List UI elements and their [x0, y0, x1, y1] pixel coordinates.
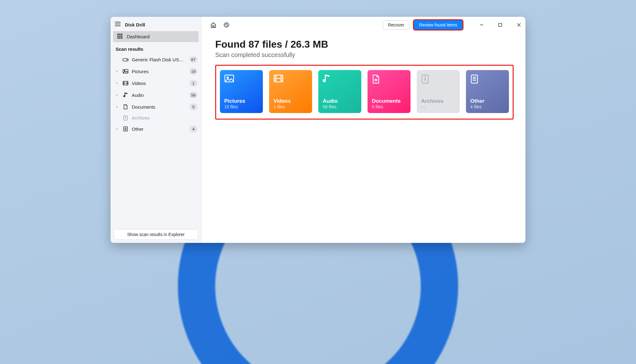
tile-label: Documents [372, 98, 406, 104]
sidebar-header: Disk Drill [111, 17, 201, 31]
count-badge: 58 [189, 92, 197, 98]
summary-subheading: Scan completed successfully [215, 51, 514, 59]
tile-count: 19 files [224, 104, 259, 109]
count-badge: 19 [189, 68, 197, 75]
svg-rect-2 [121, 34, 122, 35]
svg-rect-7 [119, 37, 121, 39]
tile-count: — [421, 104, 455, 109]
sidebar-item-videos[interactable]: › Videos 1 [111, 77, 201, 89]
image-icon [224, 74, 259, 86]
svg-rect-8 [121, 37, 122, 39]
file-icon [470, 74, 505, 86]
tile-label: Audio [323, 98, 357, 104]
sidebar-item-label: Archives [132, 115, 197, 121]
film-icon [122, 81, 129, 85]
svg-point-19 [227, 77, 229, 78]
topbar: Recover Review found items [202, 17, 525, 33]
nav-dashboard-label: Dashboard [127, 34, 150, 39]
tile-label: Other [470, 98, 505, 104]
svg-rect-6 [117, 37, 119, 39]
maximize-icon[interactable] [493, 18, 507, 32]
check-circle-icon[interactable] [222, 21, 231, 29]
music-note-icon [323, 74, 357, 86]
summary-heading: Found 87 files / 26.3 MB [215, 39, 514, 50]
tile-count: 4 files [470, 104, 505, 109]
sidebar-item-other[interactable]: › Other 4 [111, 123, 201, 135]
music-note-icon [122, 92, 129, 97]
nav-dashboard[interactable]: Dashboard [113, 31, 199, 42]
tile-other[interactable]: Other 4 files [466, 70, 509, 113]
chevron-right-icon: › [116, 127, 119, 131]
recover-button[interactable]: Recover [383, 20, 410, 30]
tile-pictures[interactable]: Pictures 19 files [220, 70, 263, 113]
review-found-items-button[interactable]: Review found items [414, 20, 463, 30]
sidebar-item-documents[interactable]: › Documents 5 [111, 101, 201, 113]
count-badge: 5 [189, 103, 197, 110]
count-badge: 1 [189, 80, 197, 87]
tile-label: Pictures [224, 98, 259, 104]
image-icon [122, 69, 129, 73]
chevron-right-icon: › [116, 105, 119, 109]
show-in-explorer-button[interactable]: Show scan results in Explorer [114, 229, 198, 240]
sidebar-section-title: Scan results [111, 45, 201, 54]
svg-point-10 [127, 59, 127, 60]
svg-rect-4 [119, 35, 121, 37]
tile-label: Archives [421, 98, 455, 104]
sidebar-device-label: Generic Flash Disk USB D… [132, 57, 186, 62]
app-title: Disk Drill [125, 22, 145, 27]
document-icon [372, 74, 406, 86]
chevron-right-icon: › [116, 81, 119, 85]
tile-count: 58 files [323, 104, 357, 109]
home-icon[interactable] [209, 21, 218, 29]
document-icon [122, 104, 129, 109]
sidebar-item-pictures[interactable]: › Pictures 19 [111, 65, 201, 77]
sidebar-item-label: Documents [132, 104, 186, 110]
sidebar-item-audio[interactable]: › Audio 58 [111, 89, 201, 101]
svg-point-16 [224, 22, 229, 28]
archive-icon [421, 74, 455, 86]
tile-label: Videos [273, 98, 308, 104]
close-icon[interactable] [512, 18, 525, 32]
drive-icon [122, 57, 129, 62]
sidebar-device-count: 87 [189, 56, 197, 63]
tile-audio[interactable]: Audio 58 files [318, 70, 361, 113]
film-icon [273, 74, 308, 86]
svg-rect-0 [117, 34, 119, 35]
sidebar-device[interactable]: › Generic Flash Disk USB D… 87 [111, 54, 201, 65]
tile-videos[interactable]: Videos 1 files [269, 70, 312, 113]
sidebar-item-label: Videos [132, 81, 186, 86]
sidebar-item-archives[interactable]: › Archives [111, 113, 201, 123]
grid-icon [117, 34, 122, 40]
svg-rect-3 [117, 35, 119, 37]
sidebar-item-label: Other [132, 126, 186, 132]
tile-count: 5 files [372, 104, 406, 109]
tile-count: 1 files [273, 104, 308, 109]
sidebar-item-label: Audio [132, 92, 186, 98]
tile-archives: Archives — [417, 70, 460, 113]
sidebar-item-label: Pictures [132, 69, 186, 74]
menu-icon[interactable] [115, 22, 121, 27]
tile-documents[interactable]: Documents 5 files [368, 70, 411, 113]
archive-icon [122, 116, 129, 121]
minimize-icon[interactable] [474, 18, 489, 32]
chevron-right-icon: › [116, 93, 119, 97]
category-tiles: Pictures 19 files Videos 1 files Audio 5… [215, 65, 514, 120]
app-window: Disk Drill Dashboard Scan results › Gene… [111, 17, 525, 243]
svg-rect-1 [119, 34, 121, 35]
main-pane: Recover Review found items Found 87 file… [202, 17, 525, 243]
content: Found 87 files / 26.3 MB Scan completed … [202, 33, 525, 125]
chevron-right-icon: › [116, 69, 119, 73]
svg-rect-5 [121, 35, 122, 37]
svg-rect-17 [499, 23, 502, 26]
sidebar: Disk Drill Dashboard Scan results › Gene… [111, 17, 202, 243]
count-badge: 4 [189, 125, 197, 132]
file-icon [122, 126, 129, 131]
